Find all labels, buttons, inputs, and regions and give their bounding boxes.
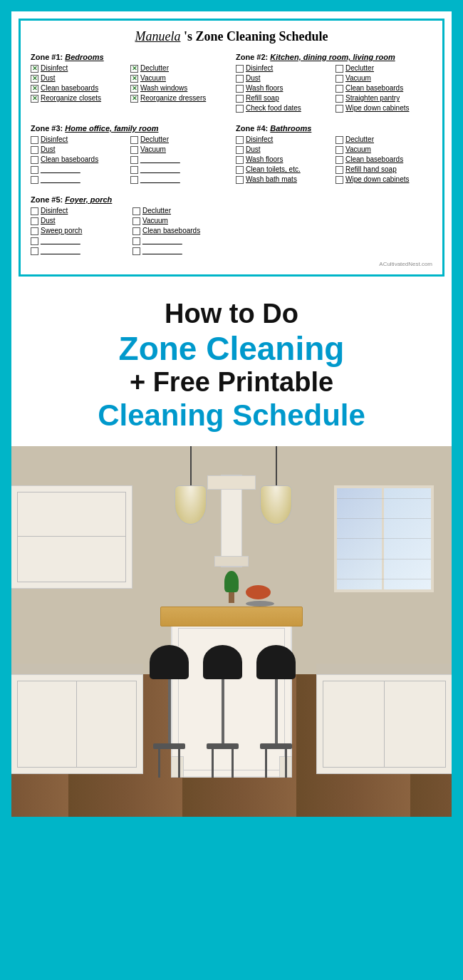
- checkbox[interactable]: [236, 156, 244, 164]
- list-item[interactable]: Vacuum: [335, 74, 432, 83]
- list-item[interactable]: __________: [132, 247, 232, 255]
- checkbox[interactable]: [236, 166, 244, 174]
- checkbox[interactable]: [236, 136, 244, 144]
- checkbox[interactable]: [31, 176, 38, 184]
- list-item[interactable]: Clean baseboards: [335, 84, 432, 93]
- list-item[interactable]: __________: [130, 155, 227, 164]
- checkbox[interactable]: [236, 85, 244, 93]
- checkbox[interactable]: [335, 146, 343, 154]
- checkbox[interactable]: [335, 105, 343, 113]
- lower-cabinet-left: [11, 674, 143, 774]
- list-item[interactable]: Declutter: [130, 135, 227, 144]
- list-item[interactable]: ✕Disinfect: [31, 64, 128, 73]
- checkbox[interactable]: [236, 75, 244, 83]
- list-item[interactable]: Dust: [236, 74, 333, 83]
- list-item[interactable]: __________: [130, 165, 227, 174]
- checkbox[interactable]: [31, 166, 38, 174]
- list-item[interactable]: Vacuum: [132, 217, 232, 225]
- list-item[interactable]: Refill hand soap: [335, 165, 432, 174]
- checkbox[interactable]: [132, 207, 140, 215]
- checkbox[interactable]: [31, 227, 38, 235]
- checkbox[interactable]: [31, 136, 38, 144]
- checkbox[interactable]: [130, 166, 138, 174]
- checkbox[interactable]: ✕: [31, 65, 38, 73]
- list-item[interactable]: Disinfect: [236, 64, 333, 73]
- list-item[interactable]: Declutter: [132, 207, 232, 215]
- checkbox[interactable]: [335, 85, 343, 93]
- list-item[interactable]: Straighten pantry: [335, 94, 432, 103]
- list-item[interactable]: Disinfect: [236, 135, 333, 144]
- checkbox[interactable]: [236, 105, 244, 113]
- checkbox[interactable]: [31, 156, 38, 164]
- checkbox[interactable]: ✕: [31, 95, 38, 103]
- checkbox[interactable]: [236, 95, 244, 103]
- checkbox[interactable]: ✕: [130, 85, 138, 93]
- list-item[interactable]: __________: [132, 237, 232, 245]
- list-item[interactable]: Wipe down cabinets: [335, 104, 432, 113]
- list-item[interactable]: Declutter: [335, 135, 432, 144]
- checkbox[interactable]: [31, 247, 38, 255]
- list-item[interactable]: ✕Declutter: [130, 64, 227, 73]
- list-item[interactable]: ✕Clean baseboards: [31, 84, 128, 93]
- list-item[interactable]: Vacuum: [130, 145, 227, 154]
- list-item[interactable]: ✕Wash windows: [130, 84, 227, 93]
- list-item[interactable]: Dust: [31, 217, 130, 225]
- list-item[interactable]: Wash bath mats: [236, 175, 333, 184]
- list-item[interactable]: Clean baseboards: [31, 155, 128, 164]
- list-item[interactable]: Disinfect: [31, 207, 130, 215]
- list-item[interactable]: Declutter: [335, 64, 432, 73]
- list-item[interactable]: __________: [31, 237, 130, 245]
- checkbox[interactable]: [335, 176, 343, 184]
- list-item[interactable]: Wash floors: [236, 84, 333, 93]
- list-item[interactable]: Check food dates: [236, 104, 333, 113]
- checkbox[interactable]: [130, 136, 138, 144]
- checkbox[interactable]: [31, 207, 38, 215]
- list-item[interactable]: __________: [31, 175, 128, 184]
- checkbox[interactable]: [236, 146, 244, 154]
- checkbox[interactable]: [335, 65, 343, 73]
- checkbox[interactable]: ✕: [130, 65, 138, 73]
- list-item[interactable]: Sweep porch: [31, 227, 130, 235]
- zone-2-header: Zone #2: Kitchen, dining room, living ro…: [236, 53, 432, 61]
- list-item[interactable]: __________: [31, 247, 130, 255]
- list-item[interactable]: Wash floors: [236, 155, 333, 164]
- list-item[interactable]: Vacuum: [335, 145, 432, 154]
- headline-section: How to Do Zone Cleaning + Free Printable…: [11, 284, 452, 446]
- checkbox[interactable]: [335, 156, 343, 164]
- checkbox[interactable]: [130, 176, 138, 184]
- list-item[interactable]: ✕Dust: [31, 74, 128, 83]
- list-item[interactable]: Dust: [31, 145, 128, 154]
- fruit-bowl: [246, 585, 274, 607]
- list-item[interactable]: Refill soap: [236, 94, 333, 103]
- list-item[interactable]: ✕Reorganize closets: [31, 94, 128, 103]
- list-item[interactable]: Dust: [236, 145, 333, 154]
- checkbox[interactable]: [132, 227, 140, 235]
- checkbox[interactable]: ✕: [130, 75, 138, 83]
- checkbox[interactable]: ✕: [130, 95, 138, 103]
- checkbox[interactable]: [132, 217, 140, 225]
- checkbox[interactable]: [335, 136, 343, 144]
- list-item[interactable]: __________: [31, 165, 128, 174]
- checkbox[interactable]: [130, 146, 138, 154]
- list-item[interactable]: __________: [130, 175, 227, 184]
- list-item[interactable]: ✕Vacuum: [130, 74, 227, 83]
- list-item[interactable]: Clean baseboards: [132, 227, 232, 235]
- checkbox[interactable]: [236, 176, 244, 184]
- checkbox[interactable]: [236, 65, 244, 73]
- checkbox[interactable]: [335, 166, 343, 174]
- checkbox[interactable]: ✕: [31, 85, 38, 93]
- list-item[interactable]: Wipe down cabinets: [335, 175, 432, 184]
- list-item[interactable]: Clean toilets, etc.: [236, 165, 333, 174]
- checkbox[interactable]: [132, 247, 140, 255]
- checkbox[interactable]: [130, 156, 138, 164]
- checkbox[interactable]: [335, 75, 343, 83]
- list-item[interactable]: ✕Reorganize dressers: [130, 94, 227, 103]
- list-item[interactable]: Disinfect: [31, 135, 128, 144]
- list-item[interactable]: Clean baseboards: [335, 155, 432, 164]
- checkbox[interactable]: [31, 146, 38, 154]
- checkbox[interactable]: [132, 237, 140, 245]
- checkbox[interactable]: ✕: [31, 75, 38, 83]
- checkbox[interactable]: [31, 237, 38, 245]
- checkbox[interactable]: [31, 217, 38, 225]
- checkbox[interactable]: [335, 95, 343, 103]
